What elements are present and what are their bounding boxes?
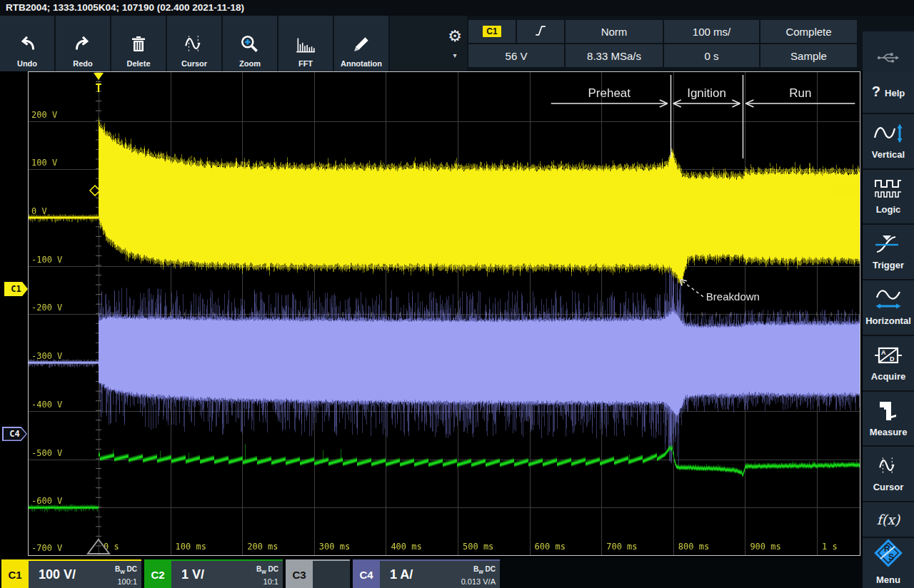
c2-probe: 10:1 (263, 577, 278, 586)
acq-mode-cell[interactable]: Sample (760, 44, 857, 67)
sidebar-item-trigger[interactable]: Trigger (863, 225, 914, 280)
timebase-cell[interactable]: 100 ms/ (664, 20, 759, 43)
gear-icon: ⚙ (448, 29, 462, 44)
question-mark-icon: ? (872, 83, 880, 100)
c1-probe: 100:1 (117, 577, 137, 586)
c1-badge: C1 (1, 561, 29, 588)
cursor-wave-icon (184, 32, 205, 56)
trigger-source-cell[interactable]: C1 (468, 20, 516, 43)
sidebar-menu: ? Help Vertical Logic Trigger Horizontal… (863, 71, 914, 588)
trigger-level-cell[interactable]: 56 V (468, 44, 564, 67)
magnifier-icon (239, 32, 261, 56)
rising-edge-icon (531, 23, 550, 41)
c2-scale: 1 V/ (181, 567, 204, 582)
caliper-icon (873, 400, 904, 425)
undo-button[interactable]: Undo (0, 16, 54, 71)
spectrum-icon (294, 32, 317, 56)
svg-text:D: D (890, 355, 895, 363)
zoom-button[interactable]: Zoom (223, 16, 277, 71)
title-bar: RTB2004; 1333.1005K04; 107190 (02.400 20… (0, 0, 914, 16)
vertical-scale-icon (873, 123, 904, 147)
sidebar-item-measure[interactable]: Measure (863, 392, 914, 447)
acquisition-status-panel: C1 Norm 100 ms/ Complete 56 V 8.33 MSa/s… (468, 20, 857, 69)
horizontal-position-cell[interactable]: 0 s (664, 44, 759, 67)
annotation-button[interactable]: Annotation (334, 16, 388, 71)
c1-scale: 100 V/ (39, 567, 76, 582)
trigger-slope-cell[interactable] (517, 20, 564, 43)
svg-text:A: A (881, 349, 886, 356)
c4-badge: C4 (353, 561, 380, 588)
channel-block-c3[interactable]: C3 (286, 559, 350, 588)
device-id-text: RTB2004; 1333.1005K04; 107190 (02.400 20… (6, 2, 244, 13)
c4-probe: 0.013 V/A (461, 577, 496, 586)
c1-coupling: BW DC (115, 565, 137, 573)
c4-coupling: BW DC (473, 565, 496, 573)
sidebar-item-cursor[interactable]: Cursor (863, 447, 914, 502)
sidebar-item-horizontal[interactable]: Horizontal (863, 280, 914, 336)
sidebar-item-help[interactable]: ? Help (863, 71, 914, 114)
adc-icon: AD (873, 345, 904, 369)
channel-marker-c1[interactable]: C1 (4, 282, 28, 296)
trigger-mode-cell[interactable]: Norm (566, 20, 663, 43)
toolbar: Undo Redo Delete Cursor Zoom FFT Annotat… (0, 16, 914, 71)
sample-rate-cell[interactable]: 8.33 MSa/s (566, 44, 663, 67)
pencil-icon (351, 32, 372, 56)
graticule-frame (28, 71, 860, 556)
c2-badge: C2 (144, 561, 171, 588)
toolbar-spacer (390, 16, 443, 71)
channel-block-c4[interactable]: C4 1 A/ BW DC 0.013 V/A (353, 559, 500, 588)
sidebar-item-vertical[interactable]: Vertical (863, 114, 914, 170)
trigger-source-badge: C1 (483, 26, 501, 37)
channel-bar: C1 100 V/ BW DC 100:1 C2 1 V/ BW DC 10:1… (0, 558, 863, 588)
rohde-schwarz-logo-icon: RS (870, 538, 906, 572)
channel-marker-c4[interactable]: C4 (2, 427, 27, 441)
cursor-button[interactable]: Cursor (167, 16, 221, 71)
acq-state-cell[interactable]: Complete (760, 20, 857, 43)
undo-icon (16, 32, 38, 56)
svg-text:S: S (888, 552, 894, 562)
sidebar-item-acquire[interactable]: AD Acquire (863, 336, 914, 392)
waveform-display[interactable] (29, 72, 860, 555)
fft-button[interactable]: FFT (278, 16, 333, 71)
c2-coupling: BW DC (256, 565, 278, 573)
c3-badge: C3 (286, 561, 313, 588)
cursor-wave-icon (875, 455, 901, 480)
redo-button[interactable]: Redo (56, 16, 110, 71)
sidebar-item-menu[interactable]: RS Menu (863, 538, 914, 588)
chevron-down-icon: ▾ (453, 51, 456, 59)
sidebar-item-logic[interactable]: Logic (863, 170, 914, 225)
channel-block-c1[interactable]: C1 100 V/ BW DC 100:1 (1, 559, 141, 588)
fx-label: f(x) (877, 512, 900, 527)
delete-button[interactable]: Delete (111, 16, 166, 71)
usb-icon (876, 51, 900, 68)
redo-icon (72, 32, 94, 56)
trash-icon (129, 32, 149, 56)
channel-block-c2[interactable]: C2 1 V/ BW DC 10:1 (144, 559, 283, 588)
trigger-edge-icon (873, 233, 904, 258)
c4-scale: 1 A/ (390, 567, 413, 582)
waveform-area: C1 C4 C2 (0, 71, 863, 558)
logic-signals-icon (873, 178, 904, 202)
horizontal-scale-icon (873, 289, 904, 313)
sidebar-item-fx[interactable]: f(x) (863, 502, 914, 538)
settings-button[interactable]: ⚙ ▾ (443, 16, 467, 71)
